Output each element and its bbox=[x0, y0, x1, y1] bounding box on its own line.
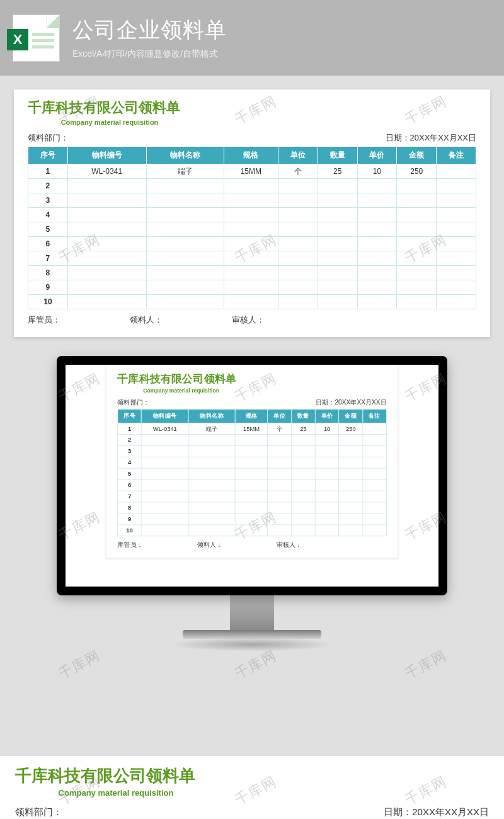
table-cell bbox=[315, 468, 339, 479]
table-row: 6 bbox=[118, 479, 387, 491]
table-cell: 2 bbox=[28, 179, 68, 193]
table-cell bbox=[397, 251, 437, 266]
table-cell: 250 bbox=[339, 423, 363, 434]
column-header: 规格 bbox=[224, 147, 278, 164]
table-cell bbox=[67, 266, 146, 280]
table-cell bbox=[339, 479, 363, 491]
table-cell bbox=[437, 251, 476, 266]
table-cell bbox=[315, 513, 339, 525]
department-label: 领料部门： bbox=[15, 806, 62, 818]
table-cell bbox=[67, 208, 146, 222]
table-cell bbox=[357, 295, 397, 309]
table-cell bbox=[363, 479, 387, 491]
table-cell bbox=[437, 222, 476, 237]
table-row: 9 bbox=[28, 280, 476, 295]
table-cell bbox=[188, 468, 235, 479]
sign-warehouse: 库管员： bbox=[117, 540, 143, 549]
column-header: 物料名称 bbox=[146, 147, 224, 164]
doc-title: 千库科技有限公司领料单 bbox=[117, 372, 386, 386]
table-cell: 9 bbox=[118, 513, 142, 525]
table-cell bbox=[268, 491, 292, 502]
table-cell: 15MM bbox=[235, 423, 268, 434]
table-cell bbox=[141, 525, 188, 536]
table-cell bbox=[357, 237, 397, 251]
table-cell bbox=[437, 179, 476, 193]
table-body: 1WL-0341端子15MM个25102502345678910 bbox=[28, 164, 476, 309]
table-cell bbox=[437, 280, 476, 295]
column-header: 单价 bbox=[315, 410, 339, 423]
table-cell bbox=[188, 479, 235, 491]
column-header: 序号 bbox=[118, 410, 142, 423]
table-cell bbox=[363, 513, 387, 525]
column-header: 物料名称 bbox=[188, 410, 235, 423]
table-cell bbox=[437, 266, 476, 280]
table-cell bbox=[292, 525, 316, 536]
table-cell bbox=[278, 208, 318, 222]
table-row: 2 bbox=[28, 179, 476, 193]
column-header: 金额 bbox=[397, 147, 437, 164]
table-cell bbox=[268, 468, 292, 479]
sign-receiver: 领料人： bbox=[130, 314, 163, 326]
table-cell bbox=[363, 434, 387, 445]
table-cell: 1 bbox=[118, 423, 142, 434]
table-cell bbox=[67, 237, 146, 251]
table-cell bbox=[141, 502, 188, 513]
table-cell bbox=[188, 445, 235, 457]
table-cell: 个 bbox=[278, 164, 318, 179]
table-cell bbox=[67, 251, 146, 266]
table-cell: 15MM bbox=[224, 164, 278, 179]
table-cell bbox=[318, 222, 357, 237]
table-cell bbox=[278, 179, 318, 193]
sign-warehouse: 库管员： bbox=[28, 314, 60, 326]
page-header: X 公司企业领料单 Excel/A4打印/内容随意修改/自带格式 bbox=[0, 0, 504, 76]
table-cell: 8 bbox=[118, 502, 142, 513]
table-cell: 4 bbox=[118, 457, 142, 468]
table-cell bbox=[292, 468, 316, 479]
excel-x-badge: X bbox=[7, 29, 28, 50]
bottom-preview-strip: 千库科技有限公司领料单 Company material requisition… bbox=[0, 756, 504, 819]
table-cell bbox=[315, 491, 339, 502]
table-cell bbox=[363, 457, 387, 468]
table-cell bbox=[315, 525, 339, 536]
table-cell bbox=[339, 445, 363, 457]
page-subtitle: Excel/A4打印/内容随意修改/自带格式 bbox=[72, 49, 227, 60]
table-cell: 7 bbox=[28, 251, 68, 266]
table-cell bbox=[235, 525, 268, 536]
table-cell bbox=[146, 295, 224, 309]
table-cell bbox=[268, 434, 292, 445]
table-cell bbox=[278, 251, 318, 266]
table-cell bbox=[188, 491, 235, 502]
table-row: 10 bbox=[28, 295, 476, 309]
requisition-table: 序号物料编号物料名称规格单位数量单价金额备注 1WL-0341端子15MM个25… bbox=[117, 409, 386, 536]
table-cell bbox=[278, 280, 318, 295]
column-header: 物料编号 bbox=[67, 147, 146, 164]
table-row: 8 bbox=[118, 502, 387, 513]
table-row: 5 bbox=[118, 468, 387, 479]
table-cell bbox=[235, 513, 268, 525]
table-cell bbox=[315, 502, 339, 513]
table-cell bbox=[339, 525, 363, 536]
table-cell bbox=[357, 208, 397, 222]
table-cell bbox=[339, 457, 363, 468]
table-cell bbox=[363, 445, 387, 457]
table-cell bbox=[339, 468, 363, 479]
table-cell: 端子 bbox=[188, 423, 235, 434]
doc-subtitle: Company material requisition bbox=[28, 118, 192, 126]
table-row: 7 bbox=[118, 491, 387, 502]
table-row: 1WL-0341端子15MM个2510250 bbox=[28, 164, 476, 179]
table-cell: 1 bbox=[28, 164, 68, 179]
table-cell bbox=[318, 266, 357, 280]
table-cell bbox=[357, 266, 397, 280]
table-cell: 4 bbox=[28, 208, 68, 222]
table-cell bbox=[146, 208, 224, 222]
doc-title: 千库科技有限公司领料单 bbox=[15, 765, 489, 787]
table-cell: WL-0341 bbox=[67, 164, 146, 179]
table-cell bbox=[437, 208, 476, 222]
table-cell bbox=[318, 251, 357, 266]
table-cell: 8 bbox=[28, 266, 68, 280]
table-cell bbox=[67, 280, 146, 295]
doc-title: 千库科技有限公司领料单 bbox=[28, 98, 476, 117]
table-cell: 10 bbox=[357, 164, 397, 179]
table-cell bbox=[188, 434, 235, 445]
table-cell: 10 bbox=[28, 295, 68, 309]
